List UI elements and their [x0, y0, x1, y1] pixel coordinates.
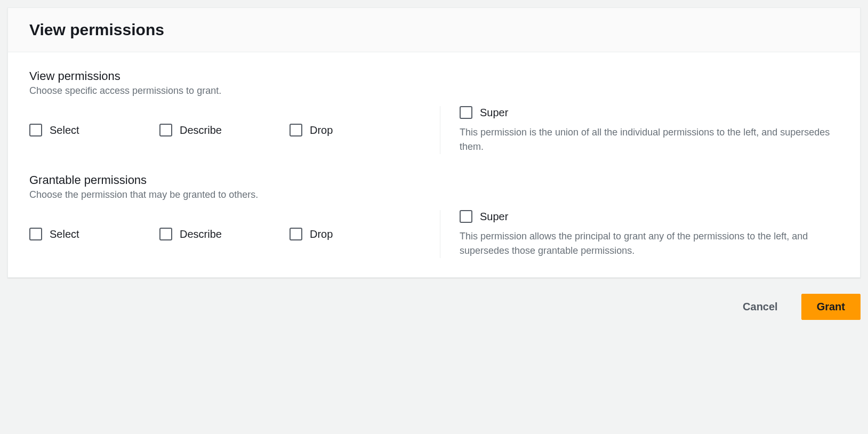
permissions-row: Select Describe Drop Super: [29, 106, 839, 154]
permission-label: Super: [480, 107, 508, 119]
permission-select: Select: [29, 106, 159, 154]
grantable-select: Select: [29, 210, 159, 258]
checkbox-grantable-super[interactable]: [460, 210, 472, 223]
super-description: This permission is the union of all the …: [460, 125, 839, 154]
permission-label: Describe: [180, 228, 222, 240]
checkbox-drop[interactable]: [290, 124, 302, 136]
grant-button[interactable]: Grant: [801, 294, 861, 320]
panel-header: View permissions: [8, 8, 860, 52]
super-description: This permission allows the principal to …: [460, 229, 839, 258]
view-permissions-section: View permissions Choose specific access …: [29, 69, 839, 154]
permissions-row: Select Describe Drop Super: [29, 210, 839, 258]
super-permission-col: Super This permission is the union of al…: [440, 106, 839, 154]
section-title: Grantable permissions: [29, 173, 839, 187]
permission-label: Describe: [180, 124, 222, 136]
permission-label: Select: [50, 124, 79, 136]
permission-super: Super: [460, 106, 839, 119]
permission-label: Drop: [310, 228, 333, 240]
grantable-permissions-section: Grantable permissions Choose the permiss…: [29, 173, 839, 258]
checkbox-super[interactable]: [460, 106, 472, 119]
section-description: Choose the permission that may be grante…: [29, 189, 839, 200]
checkbox-describe[interactable]: [159, 124, 172, 136]
cancel-button[interactable]: Cancel: [728, 294, 793, 319]
checkbox-grantable-describe[interactable]: [159, 228, 172, 240]
checkbox-select[interactable]: [29, 124, 42, 136]
grantable-drop: Drop: [290, 210, 420, 258]
permission-describe: Describe: [159, 106, 290, 154]
section-title: View permissions: [29, 69, 839, 83]
individual-permissions: Select Describe Drop: [29, 106, 440, 154]
super-permission-col: Super This permission allows the princip…: [440, 210, 839, 258]
checkbox-grantable-select[interactable]: [29, 228, 42, 240]
grantable-super: Super: [460, 210, 839, 223]
permission-drop: Drop: [290, 106, 420, 154]
permission-label: Select: [50, 228, 79, 240]
permissions-panel: View permissions View permissions Choose…: [7, 7, 861, 278]
page-title: View permissions: [29, 21, 839, 39]
section-description: Choose specific access permissions to gr…: [29, 85, 839, 97]
individual-permissions: Select Describe Drop: [29, 210, 440, 258]
grantable-describe: Describe: [159, 210, 290, 258]
permission-label: Super: [480, 211, 508, 223]
panel-body: View permissions Choose specific access …: [8, 52, 860, 277]
footer-actions: Cancel Grant: [7, 278, 861, 320]
checkbox-grantable-drop[interactable]: [290, 228, 302, 240]
permission-label: Drop: [310, 124, 333, 136]
